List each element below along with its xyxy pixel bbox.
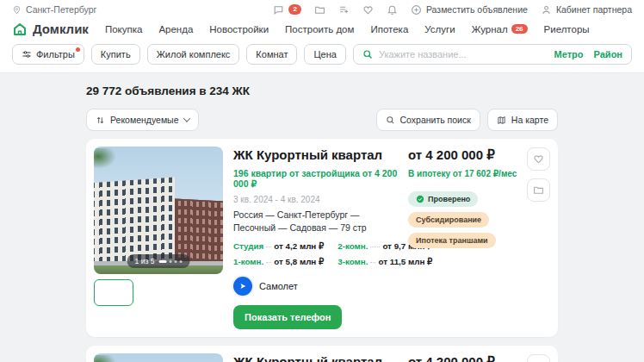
heart-icon bbox=[362, 4, 374, 16]
listing-badges: Проверено Субсидирование Ипотека траншам… bbox=[408, 191, 517, 248]
partner-cabinet-label: Кабинет партнера bbox=[556, 4, 632, 15]
listing-price: от 4 200 000 ₽ bbox=[408, 147, 517, 163]
save-search-button[interactable]: Сохранить поиск bbox=[376, 109, 480, 131]
dotted-leader bbox=[266, 262, 271, 263]
listing-card: 1 из 5 ЖК Курортный квартал 196 квартир … bbox=[86, 139, 558, 337]
rooms-filter-button[interactable]: Комнат bbox=[246, 44, 297, 65]
thumbnail-2[interactable] bbox=[138, 279, 177, 306]
nav-item-newbuildings[interactable]: Новостройки bbox=[209, 24, 269, 34]
apartment-offers: Студия от 4,2 млн ₽ 2-комн. от 9,7 млн ₽… bbox=[233, 241, 398, 266]
heart-icon bbox=[533, 153, 544, 165]
map-icon bbox=[497, 115, 506, 125]
district-link[interactable]: Район bbox=[594, 49, 622, 59]
results-heading: 29 772 объявления в 234 ЖК bbox=[86, 84, 558, 97]
apartment-type: Студия bbox=[233, 241, 263, 251]
sort-row: Рекомендуемые Сохранить поиск На карте bbox=[86, 109, 558, 131]
bell-icon bbox=[387, 4, 398, 16]
verified-badge-label: Проверено bbox=[428, 195, 470, 203]
dotted-leader bbox=[266, 247, 271, 247]
saved-searches-button[interactable] bbox=[338, 4, 350, 16]
tree-branch-decoration bbox=[94, 148, 116, 169]
folder-icon bbox=[533, 184, 544, 196]
photo-counter-text: 1 из 5 bbox=[135, 257, 155, 265]
journal-badge: 26 bbox=[511, 24, 528, 34]
favorite-button[interactable] bbox=[527, 354, 550, 362]
nav-item-buy[interactable]: Покупка bbox=[105, 24, 142, 34]
favorites-button[interactable] bbox=[362, 4, 374, 16]
nav-item-services[interactable]: Услуги bbox=[424, 24, 455, 34]
thumbnail-1[interactable] bbox=[94, 279, 133, 306]
chat-icon bbox=[273, 4, 284, 16]
folder-icon bbox=[314, 4, 325, 16]
nav-item-journal[interactable]: Журнал 26 bbox=[472, 24, 528, 34]
city-label[interactable]: Санкт-Петербург bbox=[26, 4, 96, 15]
search-input[interactable] bbox=[379, 49, 548, 59]
post-ad-label: Разместить объявление bbox=[426, 4, 528, 15]
metro-link[interactable]: Метро bbox=[554, 49, 584, 59]
photo-pager-dots bbox=[158, 260, 182, 263]
chevron-down-icon bbox=[183, 115, 189, 122]
sort-label: Рекомендуемые bbox=[110, 115, 179, 125]
folders-button[interactable] bbox=[314, 4, 325, 16]
listing-photo[interactable]: 1 из 5 bbox=[94, 353, 223, 362]
apartment-price: от 4,2 млн ₽ bbox=[274, 241, 324, 251]
price-filter-button[interactable]: Цена bbox=[304, 44, 345, 65]
map-view-button[interactable]: На карте bbox=[487, 109, 558, 131]
partner-cabinet-button[interactable]: Кабинет партнера bbox=[541, 4, 632, 16]
map-view-label: На карте bbox=[511, 115, 548, 125]
filters-button[interactable]: Фильтры bbox=[12, 44, 84, 65]
buy-filter-button[interactable]: Купить bbox=[91, 44, 140, 65]
save-search-label: Сохранить поиск bbox=[400, 115, 471, 125]
utility-bar: Санкт-Петербург 2 bbox=[0, 0, 644, 17]
location-pin-icon bbox=[12, 5, 22, 15]
search-box[interactable]: Метро Район bbox=[353, 44, 632, 65]
nav-item-buildhouse[interactable]: Построить дом bbox=[285, 24, 354, 34]
listing-address: Россия — Санкт-Петербург — Песочный — Са… bbox=[233, 209, 398, 234]
content-area: 29 772 объявления в 234 ЖК Рекомендуемые… bbox=[0, 73, 644, 362]
nav-item-realtors[interactable]: Риелторы bbox=[544, 24, 590, 34]
listing-price: от 4 200 000 ₽ bbox=[408, 354, 517, 362]
tranche-mortgage-badge: Ипотека траншами bbox=[408, 233, 496, 248]
developer-row[interactable]: Самолет bbox=[233, 277, 398, 296]
listing-photo[interactable]: 1 из 5 bbox=[94, 147, 223, 274]
apartment-offer-1room[interactable]: 1-комн. от 5,8 млн ₽ bbox=[233, 257, 324, 266]
brand-name: Домклик bbox=[33, 22, 89, 36]
sort-dropdown[interactable]: Рекомендуемые bbox=[86, 109, 199, 131]
nav-item-mortgage[interactable]: Ипотека bbox=[370, 24, 408, 34]
filters-label: Фильтры bbox=[36, 49, 75, 59]
notifications-button[interactable] bbox=[387, 4, 398, 16]
chat-badge: 2 bbox=[288, 4, 300, 15]
domklik-logo[interactable]: Домклик bbox=[12, 22, 89, 37]
city-selector[interactable]: Санкт-Петербург bbox=[12, 4, 96, 15]
listing-card: 1 из 5 ЖК Курортный квартал 196 квартир … bbox=[86, 346, 558, 362]
plus-circle-icon bbox=[411, 4, 422, 16]
nav-item-rent[interactable]: Аренда bbox=[158, 24, 193, 34]
show-phone-button[interactable]: Показать телефон bbox=[233, 305, 342, 329]
dotted-leader bbox=[370, 247, 380, 247]
thumbnail-3[interactable] bbox=[182, 279, 221, 306]
chat-button[interactable]: 2 bbox=[273, 4, 300, 16]
list-plus-icon bbox=[338, 4, 350, 16]
photo-counter-overlay: 1 из 5 bbox=[127, 254, 190, 268]
mortgage-offer[interactable]: В ипотеку от 17 602 ₽/мес bbox=[408, 169, 517, 178]
post-ad-button[interactable]: Разместить объявление bbox=[411, 4, 528, 16]
complex-filter-button[interactable]: Жилой комплекс bbox=[147, 44, 240, 65]
apartment-type: 3-комн. bbox=[337, 257, 368, 266]
apartment-offer-studio[interactable]: Студия от 4,2 млн ₽ bbox=[233, 241, 324, 251]
developer-name: Самолет bbox=[259, 281, 298, 291]
developer-offers-link[interactable]: 196 квартир от застройщика от 4 200 000 … bbox=[233, 168, 398, 189]
listing-title[interactable]: ЖК Курортный квартал bbox=[233, 147, 398, 162]
save-search-icon bbox=[386, 115, 395, 125]
person-icon bbox=[541, 4, 552, 16]
sort-arrows-icon bbox=[96, 115, 105, 125]
filters-active-dot bbox=[76, 47, 80, 52]
favorite-button[interactable] bbox=[527, 147, 550, 171]
search-icon bbox=[362, 49, 373, 59]
listing-title[interactable]: ЖК Курортный квартал bbox=[233, 354, 398, 362]
tree-branch-decoration bbox=[94, 355, 116, 362]
completion-dates: 3 кв. 2024 - 4 кв. 2024 bbox=[233, 195, 398, 204]
sliders-icon bbox=[22, 49, 32, 59]
verified-badge: Проверено bbox=[408, 191, 478, 207]
photo-thumbnails bbox=[94, 279, 223, 306]
add-to-collection-button[interactable] bbox=[527, 178, 550, 202]
